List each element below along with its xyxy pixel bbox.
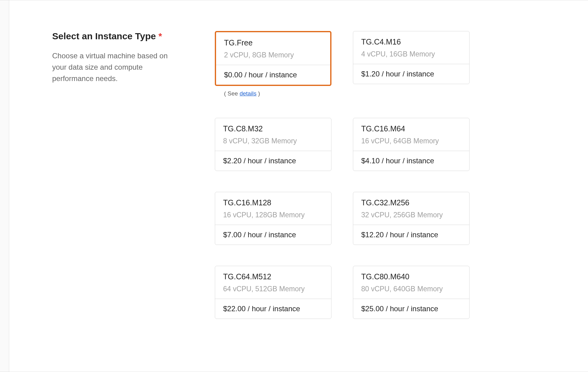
instance-spec: 32 vCPU, 256GB Memory: [361, 211, 461, 219]
instance-spec: 80 vCPU, 640GB Memory: [361, 285, 461, 293]
required-mark: *: [158, 31, 162, 41]
instance-price: $22.00 / hour / instance: [215, 299, 331, 319]
instance-name: TG.C16.M128: [223, 198, 323, 207]
instance-card-wrap: TG.C64.M51264 vCPU, 512GB Memory$22.00 /…: [215, 266, 331, 319]
instance-card-top: TG.Free2 vCPU, 8GB Memory: [216, 32, 330, 65]
instance-price: $1.20 / hour / instance: [353, 64, 469, 84]
instance-price: $12.20 / hour / instance: [353, 225, 469, 245]
instance-name: TG.C80.M640: [361, 272, 461, 281]
instance-name: TG.C32.M256: [361, 198, 461, 207]
instance-card[interactable]: TG.C4.M164 vCPU, 16GB Memory$1.20 / hour…: [353, 31, 470, 84]
instance-card-wrap: TG.Free2 vCPU, 8GB Memory$0.00 / hour / …: [215, 31, 331, 97]
instance-card[interactable]: TG.C80.M64080 vCPU, 640GB Memory$25.00 /…: [353, 266, 470, 319]
instance-card-top: TG.C16.M6416 vCPU, 64GB Memory: [353, 118, 469, 151]
instance-card-top: TG.C80.M64080 vCPU, 640GB Memory: [353, 266, 469, 299]
instance-card[interactable]: TG.C16.M6416 vCPU, 64GB Memory$4.10 / ho…: [353, 118, 470, 171]
instance-grid: TG.Free2 vCPU, 8GB Memory$0.00 / hour / …: [215, 31, 516, 319]
instance-price: $25.00 / hour / instance: [353, 299, 469, 319]
section-title: Select an Instance Type *: [52, 31, 181, 41]
instance-card[interactable]: TG.C16.M12816 vCPU, 128GB Memory$7.00 / …: [215, 192, 331, 245]
instance-card[interactable]: TG.Free2 vCPU, 8GB Memory$0.00 / hour / …: [215, 31, 331, 86]
instance-price: $4.10 / hour / instance: [353, 151, 469, 171]
instance-price: $2.20 / hour / instance: [215, 151, 331, 171]
details-suffix: ): [257, 90, 260, 97]
instance-card-wrap: TG.C8.M328 vCPU, 32GB Memory$2.20 / hour…: [215, 118, 331, 171]
instance-card-wrap: TG.C16.M6416 vCPU, 64GB Memory$4.10 / ho…: [353, 118, 470, 171]
instance-price: $0.00 / hour / instance: [216, 65, 330, 85]
instance-card-wrap: TG.C16.M12816 vCPU, 128GB Memory$7.00 / …: [215, 192, 331, 245]
left-gutter: [0, 0, 9, 372]
section-title-text: Select an Instance Type: [52, 31, 156, 41]
instance-spec: 16 vCPU, 128GB Memory: [223, 211, 323, 219]
instance-card-wrap: TG.C32.M25632 vCPU, 256GB Memory$12.20 /…: [353, 192, 470, 245]
instance-card-wrap: TG.C80.M64080 vCPU, 640GB Memory$25.00 /…: [353, 266, 470, 319]
instance-card[interactable]: TG.C64.M51264 vCPU, 512GB Memory$22.00 /…: [215, 266, 331, 319]
instance-name: TG.C8.M32: [223, 124, 323, 133]
instance-card-top: TG.C16.M12816 vCPU, 128GB Memory: [215, 192, 331, 225]
instance-price: $7.00 / hour / instance: [215, 225, 331, 245]
instance-name: TG.C16.M64: [361, 124, 461, 133]
instance-name: TG.C4.M16: [361, 37, 461, 46]
instance-card-wrap: TG.C4.M164 vCPU, 16GB Memory$1.20 / hour…: [353, 31, 470, 97]
instance-card-top: TG.C32.M25632 vCPU, 256GB Memory: [353, 192, 469, 225]
instance-spec: 4 vCPU, 16GB Memory: [361, 50, 461, 58]
instance-card-top: TG.C8.M328 vCPU, 32GB Memory: [215, 118, 331, 151]
instance-card[interactable]: TG.C32.M25632 vCPU, 256GB Memory$12.20 /…: [353, 192, 470, 245]
instance-spec: 16 vCPU, 64GB Memory: [361, 137, 461, 145]
instance-name: TG.C64.M512: [223, 272, 323, 281]
instance-card-top: TG.C64.M51264 vCPU, 512GB Memory: [215, 266, 331, 299]
details-prefix: ( See: [224, 90, 240, 97]
details-row: ( See details ): [215, 86, 331, 97]
instance-spec: 8 vCPU, 32GB Memory: [223, 137, 323, 145]
instance-spec: 2 vCPU, 8GB Memory: [224, 51, 322, 59]
instance-card-top: TG.C4.M164 vCPU, 16GB Memory: [353, 31, 469, 64]
instance-card[interactable]: TG.C8.M328 vCPU, 32GB Memory$2.20 / hour…: [215, 118, 331, 171]
instance-name: TG.Free: [224, 38, 322, 47]
section-description: Choose a virtual machine based on your d…: [52, 50, 181, 84]
instance-spec: 64 vCPU, 512GB Memory: [223, 285, 323, 293]
details-link[interactable]: details: [240, 90, 257, 97]
